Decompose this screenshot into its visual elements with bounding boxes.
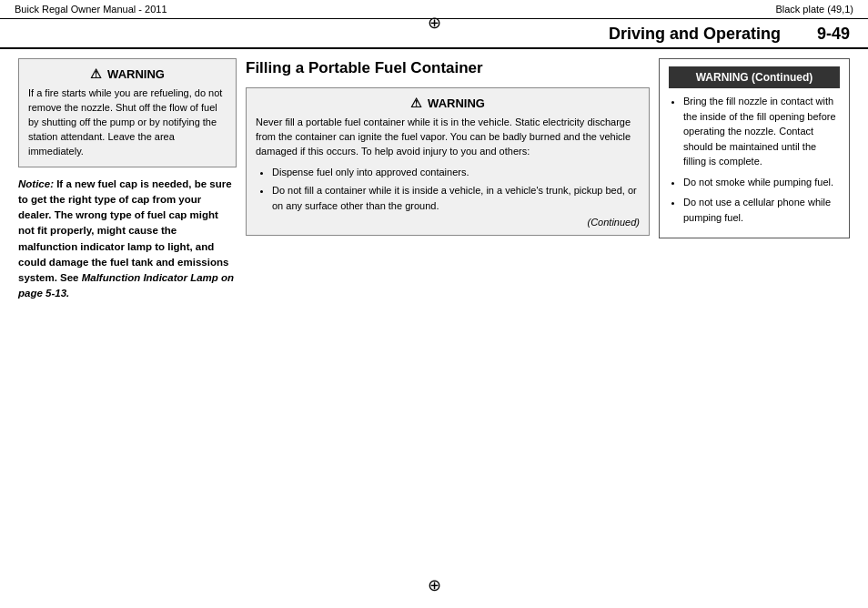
center-warning-label: WARNING bbox=[428, 96, 485, 110]
center-warning-title: ⚠ WARNING bbox=[256, 96, 640, 110]
center-warning-icon: ⚠ bbox=[410, 96, 422, 110]
list-item: Bring the fill nozzle in contact with th… bbox=[683, 94, 840, 169]
list-item: Dispense fuel only into approved contain… bbox=[272, 165, 640, 180]
left-notice: Notice: If a new fuel cap is needed, be … bbox=[18, 177, 237, 302]
list-item: Do not use a cellular phone while pumpin… bbox=[683, 195, 840, 225]
right-warning-list: Bring the fill nozzle in contact with th… bbox=[669, 94, 840, 225]
bottom-center-mark: ⊕ bbox=[428, 575, 441, 595]
section-title: Driving and Operating bbox=[609, 25, 781, 44]
continued-text: (Continued) bbox=[256, 217, 640, 228]
center-warning-box: ⚠ WARNING Never fill a portable fuel con… bbox=[246, 87, 650, 236]
header-left: Buick Regal Owner Manual - 2011 bbox=[15, 4, 167, 15]
right-warning-box: WARNING (Continued) Bring the fill nozzl… bbox=[659, 58, 850, 238]
header-right: Black plate (49,1) bbox=[775, 4, 853, 15]
center-column: Filling a Portable Fuel Container ⚠ WARN… bbox=[246, 58, 650, 593]
left-warning-box: ⚠ WARNING If a fire starts while you are… bbox=[18, 58, 237, 167]
left-column: ⚠ WARNING If a fire starts while you are… bbox=[18, 58, 237, 593]
left-warning-label: WARNING bbox=[107, 67, 165, 81]
left-warning-text: If a fire starts while you are refueling… bbox=[28, 86, 227, 159]
left-warning-title: ⚠ WARNING bbox=[28, 66, 227, 81]
notice-bold: If a new fuel cap is needed, be sure to … bbox=[18, 178, 234, 299]
section-page-num: 9-49 bbox=[817, 25, 850, 44]
center-warning-list: Dispense fuel only into approved contain… bbox=[256, 165, 640, 214]
header-center-mark: ⊕ bbox=[428, 13, 441, 33]
right-warning-header: WARNING (Continued) bbox=[669, 66, 840, 88]
list-item: Do not smoke while pumping fuel. bbox=[683, 175, 840, 190]
center-warning-intro: Never fill a portable fuel container whi… bbox=[256, 116, 640, 159]
center-section-title: Filling a Portable Fuel Container bbox=[246, 58, 650, 78]
list-item: Do not fill a container while it is insi… bbox=[272, 183, 640, 213]
warning-icon: ⚠ bbox=[90, 66, 102, 81]
main-content: ⚠ WARNING If a fire starts while you are… bbox=[0, 58, 868, 593]
right-column: WARNING (Continued) Bring the fill nozzl… bbox=[659, 58, 850, 593]
